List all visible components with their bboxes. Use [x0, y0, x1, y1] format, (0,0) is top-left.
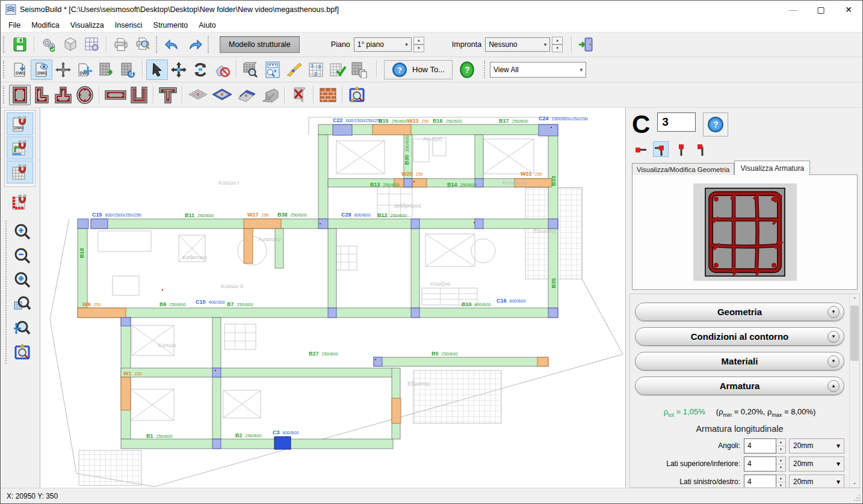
- toolbar-drag-handle[interactable]: [208, 36, 211, 53]
- building-copy-button[interactable]: [348, 60, 370, 80]
- menu-file[interactable]: File: [3, 19, 26, 31]
- menu-aiuto[interactable]: Aiuto: [193, 19, 221, 31]
- redo-button[interactable]: [184, 34, 205, 55]
- settings-gears-button[interactable]: [38, 34, 60, 55]
- lati-sup-count-input[interactable]: [744, 456, 776, 472]
- undo-button[interactable]: [162, 34, 184, 55]
- scrollbar-track[interactable]: [850, 304, 859, 477]
- stairs-button[interactable]: [258, 85, 281, 105]
- zoom-extents-button[interactable]: [9, 269, 36, 292]
- section-l-button[interactable]: [31, 85, 52, 105]
- paintbrush-button[interactable]: [283, 60, 305, 80]
- menu-modifica[interactable]: Modifica: [26, 19, 65, 31]
- building-update-button[interactable]: [117, 60, 139, 80]
- snap-points-button[interactable]: [7, 191, 33, 214]
- dwg-view-button[interactable]: DWG: [31, 60, 52, 80]
- building-export-button[interactable]: [96, 60, 117, 80]
- scrollbar-thumb[interactable]: [850, 306, 859, 361]
- close-button[interactable]: ✕: [835, 1, 862, 19]
- toolbar-drag-handle[interactable]: [156, 36, 159, 53]
- building-zoom-button[interactable]: [240, 60, 262, 80]
- dwg-move-button[interactable]: DWG: [74, 60, 96, 80]
- delete-disabled-button[interactable]: [211, 60, 233, 80]
- renumber-button[interactable]: 132: [305, 60, 327, 80]
- snap-grid-button[interactable]: [7, 161, 33, 183]
- resize-grip[interactable]: [853, 494, 861, 502]
- piano-combobox[interactable]: 1° piano▾: [354, 37, 412, 52]
- orientation-center-button[interactable]: [653, 141, 669, 157]
- report-button[interactable]: [262, 60, 283, 80]
- section-beam-button[interactable]: [103, 85, 128, 105]
- toolbar-drag-handle[interactable]: [3, 86, 6, 103]
- masonry-infill-button[interactable]: [317, 85, 339, 105]
- zoom-out-button[interactable]: [9, 245, 36, 268]
- tab-visualizza-armatura[interactable]: Visualizza Armatura: [734, 161, 810, 175]
- zoom-frame-button[interactable]: [9, 341, 36, 364]
- view-all-combobox[interactable]: View All▾: [490, 62, 586, 78]
- floor-plan[interactable]: C22600/1500/250/250B15250/600W23250B1625…: [40, 108, 625, 488]
- section-u-button[interactable]: [128, 85, 150, 105]
- slab-ribbed-button[interactable]: [210, 85, 234, 105]
- toolbar-drag-handle[interactable]: [3, 61, 6, 78]
- how-to-button[interactable]: ? How To...: [384, 60, 453, 79]
- grid-settings-button[interactable]: [81, 34, 103, 55]
- zoom-in-button[interactable]: [9, 221, 36, 244]
- snap-dwg-button[interactable]: DWG: [7, 112, 33, 135]
- zoom-selection-button[interactable]: [346, 85, 368, 105]
- impronta-combobox[interactable]: Nessuno▾: [485, 37, 550, 52]
- accordion-armatura[interactable]: Armatura▲: [635, 376, 844, 395]
- toolbar-drag-handle[interactable]: [484, 61, 487, 78]
- print-button[interactable]: [110, 34, 132, 55]
- section-t-beam-button[interactable]: [157, 85, 179, 105]
- model-check-button[interactable]: [327, 60, 348, 80]
- lati-sin-spinner[interactable]: ▲▼: [776, 475, 786, 487]
- panel-scrollbar[interactable]: ⌃ ⌄: [849, 294, 859, 487]
- section-rectangular-button[interactable]: [9, 85, 31, 105]
- angoli-diameter-combobox[interactable]: 20mm▾: [789, 438, 844, 453]
- snap-lines-button[interactable]: [7, 137, 33, 159]
- orientation-left-button[interactable]: [633, 141, 649, 157]
- tab-visualizza-modifica-geometria[interactable]: Visualizza/Modifica Geometria: [632, 163, 734, 175]
- maximize-button[interactable]: ▢: [807, 1, 835, 19]
- angoli-spinner[interactable]: ▲▼: [776, 438, 786, 453]
- zoom-window-button[interactable]: [9, 293, 36, 316]
- zoom-dynamic-button[interactable]: [9, 317, 36, 340]
- scroll-down-icon[interactable]: ⌄: [850, 477, 859, 487]
- impronta-spinner[interactable]: ▲▼: [552, 37, 563, 52]
- help-green-button[interactable]: ?: [456, 60, 478, 80]
- angoli-count-input[interactable]: [744, 438, 776, 453]
- section-circular-button[interactable]: [74, 85, 96, 105]
- dwg-import-button[interactable]: DWG: [9, 60, 31, 80]
- move-vertices-button[interactable]: [52, 60, 74, 80]
- lati-sin-diameter-combobox[interactable]: 20mm▾: [789, 475, 844, 487]
- lati-sup-spinner[interactable]: ▲▼: [776, 456, 786, 472]
- section-t-column-button[interactable]: [52, 85, 74, 105]
- piano-spinner[interactable]: ▲▼: [413, 37, 424, 52]
- panel-help-button[interactable]: ?: [703, 112, 728, 137]
- menu-strumento[interactable]: Strumento: [148, 19, 194, 31]
- slab-flat-button[interactable]: [186, 85, 210, 105]
- material-cube-button[interactable]: [60, 34, 81, 55]
- slab-inclined-button[interactable]: [234, 85, 258, 105]
- move-button[interactable]: [168, 60, 190, 80]
- orientation-top-button[interactable]: [673, 141, 688, 157]
- lati-sin-count-input[interactable]: [744, 475, 776, 487]
- wall-opening-button[interactable]: [288, 85, 310, 105]
- toolbar-drag-handle[interactable]: [3, 36, 6, 53]
- drawing-canvas[interactable]: C22600/1500/250/250B15250/600W23250B1625…: [40, 108, 625, 488]
- rotate-button[interactable]: [190, 60, 211, 80]
- save-button[interactable]: [9, 34, 31, 55]
- lati-sup-diameter-combobox[interactable]: 20mm▾: [789, 456, 844, 472]
- orientation-corner-button[interactable]: [693, 141, 708, 157]
- accordion-condizioni[interactable]: Condizioni al contorno▼: [635, 327, 844, 346]
- menu-visualizza[interactable]: Visualizza: [65, 19, 110, 31]
- menu-inserisci[interactable]: Inserisci: [110, 19, 148, 31]
- modello-strutturale-button[interactable]: Modello strutturale: [220, 36, 300, 53]
- accordion-geometria[interactable]: Geometria▼: [635, 303, 844, 321]
- element-number-input[interactable]: [657, 112, 696, 132]
- select-cursor-button[interactable]: [146, 60, 168, 80]
- print-preview-button[interactable]: [132, 34, 153, 55]
- scroll-up-icon[interactable]: ⌃: [850, 294, 859, 304]
- minimize-button[interactable]: —: [779, 1, 807, 19]
- exit-door-button[interactable]: [575, 34, 597, 55]
